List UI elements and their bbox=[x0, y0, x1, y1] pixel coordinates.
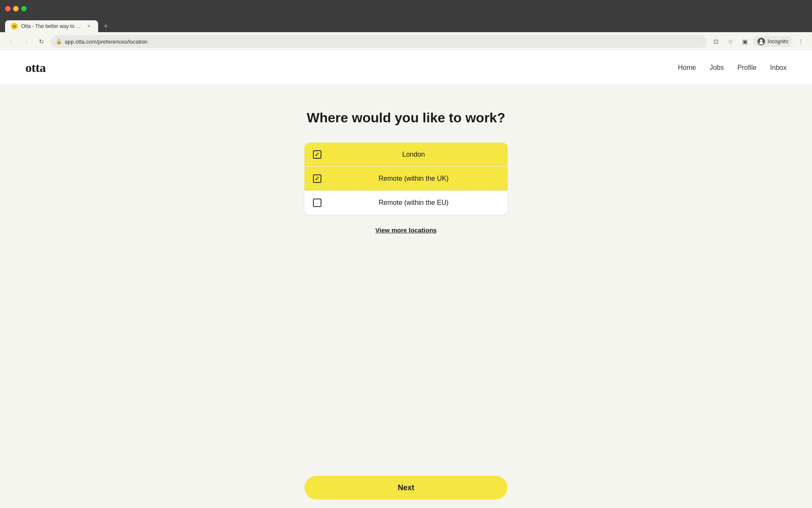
tab-title: Otta - The better way to find a... bbox=[21, 23, 82, 29]
bottom-bar: Next bbox=[0, 469, 812, 508]
forward-button[interactable]: › bbox=[20, 36, 32, 47]
view-more-locations-link[interactable]: View more locations bbox=[376, 226, 437, 234]
app-container: otta Home Jobs Profile Inbox Where would… bbox=[0, 51, 812, 508]
incognito-badge[interactable]: Incognito bbox=[753, 36, 793, 47]
page-title: Where would you like to work? bbox=[307, 110, 505, 126]
checkbox-remote-uk: ✓ bbox=[313, 174, 321, 183]
close-button[interactable] bbox=[5, 6, 11, 11]
svg-point-1 bbox=[759, 42, 763, 44]
star-icon[interactable]: ☆ bbox=[724, 36, 736, 47]
option-remote-eu[interactable]: Remote (within the EU) bbox=[304, 191, 508, 215]
option-london-label: London bbox=[328, 151, 499, 158]
checkmark-remote-uk: ✓ bbox=[315, 176, 320, 182]
cast-icon[interactable]: ⊡ bbox=[710, 36, 722, 47]
traffic-lights bbox=[5, 6, 27, 11]
lock-icon: 🔒 bbox=[56, 39, 62, 44]
next-button[interactable]: Next bbox=[304, 476, 508, 500]
minimize-button[interactable] bbox=[13, 6, 19, 11]
nav-jobs[interactable]: Jobs bbox=[710, 64, 724, 72]
nav-inbox[interactable]: Inbox bbox=[770, 64, 787, 72]
main-content: Where would you like to work? ✓ London ✓… bbox=[0, 85, 812, 284]
nav-links: Home Jobs Profile Inbox bbox=[678, 64, 787, 72]
incognito-icon bbox=[757, 38, 765, 45]
toolbar-icons: ⊡ ☆ ▣ Incognito ⋮ bbox=[710, 36, 807, 47]
option-remote-uk-label: Remote (within the UK) bbox=[328, 175, 499, 182]
incognito-label: Incognito bbox=[768, 39, 788, 44]
option-remote-uk[interactable]: ✓ Remote (within the UK) bbox=[304, 167, 508, 191]
reload-button[interactable]: ↻ bbox=[36, 36, 47, 47]
active-tab[interactable]: o Otta - The better way to find a... × bbox=[5, 20, 98, 32]
browser-chrome: o Otta - The better way to find a... × +… bbox=[0, 0, 812, 51]
address-bar[interactable]: 🔒 app.otta.com/preferences/location bbox=[51, 35, 707, 48]
nav-home[interactable]: Home bbox=[678, 64, 696, 72]
checkbox-london: ✓ bbox=[313, 150, 321, 159]
tab-close-button[interactable]: × bbox=[85, 23, 92, 30]
checkmark-london: ✓ bbox=[315, 152, 320, 157]
app-nav: otta Home Jobs Profile Inbox bbox=[0, 51, 812, 85]
tab-favicon: o bbox=[11, 23, 18, 30]
checkbox-remote-eu bbox=[313, 199, 321, 207]
app-logo[interactable]: otta bbox=[25, 61, 46, 75]
nav-profile[interactable]: Profile bbox=[738, 64, 757, 72]
address-text: app.otta.com/preferences/location bbox=[65, 39, 702, 45]
option-remote-eu-label: Remote (within the EU) bbox=[328, 199, 499, 207]
back-button[interactable]: ‹ bbox=[5, 36, 17, 47]
browser-titlebar bbox=[0, 0, 812, 17]
option-london[interactable]: ✓ London bbox=[304, 143, 508, 167]
svg-point-0 bbox=[760, 39, 763, 42]
address-bar-row: ‹ › ↻ 🔒 app.otta.com/preferences/locatio… bbox=[0, 32, 812, 51]
menu-button[interactable]: ⋮ bbox=[795, 36, 807, 47]
tab-bar: o Otta - The better way to find a... × + bbox=[0, 17, 812, 32]
location-options-list: ✓ London ✓ Remote (within the UK) Remote… bbox=[304, 143, 508, 215]
maximize-button[interactable] bbox=[21, 6, 27, 11]
new-tab-button[interactable]: + bbox=[100, 20, 112, 32]
sidebar-icon[interactable]: ▣ bbox=[739, 36, 751, 47]
